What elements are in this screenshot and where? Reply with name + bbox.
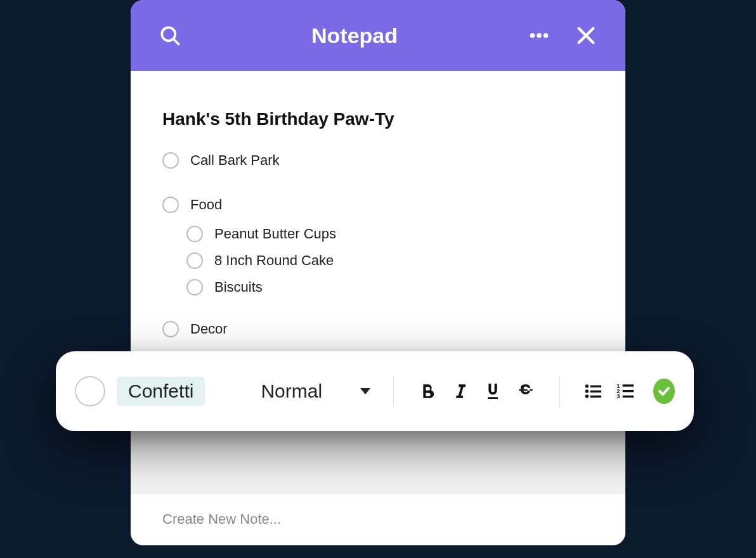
text-style-label: Normal (261, 380, 322, 402)
checkbox-icon[interactable] (162, 197, 179, 213)
svg-text:3: 3 (617, 393, 620, 399)
svg-rect-8 (590, 386, 601, 387)
confirm-button[interactable] (653, 379, 675, 404)
italic-icon[interactable] (450, 379, 471, 404)
checklist-label: Decor (190, 321, 228, 337)
app-title: Notepad (184, 23, 525, 48)
more-icon[interactable] (525, 22, 553, 49)
bold-icon[interactable] (417, 379, 438, 404)
app-header: Notepad (131, 0, 625, 71)
svg-rect-16 (623, 390, 634, 392)
checklist-label: Peanut Butter Cups (214, 226, 336, 242)
checklist-item[interactable]: Biscuits (186, 279, 594, 295)
strikethrough-icon[interactable] (515, 379, 537, 404)
formatting-toolbar: Confetti Normal 123 (56, 351, 694, 431)
underline-icon[interactable] (482, 379, 504, 404)
checklist-label: Food (190, 197, 222, 213)
checklist-label: Call Bark Park (190, 152, 280, 169)
toolbar-divider (393, 375, 394, 407)
svg-point-2 (530, 33, 535, 38)
checkbox-icon[interactable] (162, 321, 179, 337)
svg-point-11 (585, 394, 588, 398)
checklist-item[interactable]: Peanut Butter Cups (186, 226, 594, 242)
notepad-window: Notepad Hank's 5th Birthday Paw-Ty Call … (131, 0, 625, 545)
checklist-label: 8 Inch Round Cake (214, 252, 334, 269)
svg-point-7 (585, 384, 588, 387)
svg-line-1 (174, 39, 179, 44)
text-style-dropdown[interactable]: Normal (261, 380, 370, 402)
svg-point-9 (585, 389, 588, 393)
svg-rect-12 (590, 396, 601, 398)
checkbox-icon[interactable] (186, 226, 203, 242)
checklist-item[interactable]: 8 Inch Round Cake (186, 252, 594, 269)
checklist-item[interactable]: Decor (162, 321, 594, 337)
chevron-down-icon (360, 388, 370, 394)
search-icon[interactable] (156, 22, 184, 49)
note-title[interactable]: Hank's 5th Birthday Paw-Ty (162, 109, 594, 129)
svg-rect-18 (623, 396, 634, 398)
close-icon[interactable] (572, 22, 600, 49)
checkbox-icon[interactable] (75, 376, 105, 406)
checkbox-icon[interactable] (162, 152, 179, 169)
svg-rect-14 (623, 384, 634, 386)
svg-point-4 (544, 33, 549, 38)
checkbox-icon[interactable] (186, 252, 203, 269)
create-note-input[interactable]: Create New Note... (131, 493, 625, 545)
numbered-list-icon[interactable]: 123 (616, 379, 637, 404)
checklist-label: Biscuits (214, 279, 263, 295)
svg-point-3 (537, 33, 542, 38)
checklist-item[interactable]: Food (162, 197, 594, 213)
checklist-item[interactable]: Call Bark Park (162, 152, 594, 169)
svg-rect-10 (590, 391, 601, 393)
toolbar-divider (559, 375, 560, 407)
checkbox-icon[interactable] (186, 279, 203, 295)
bullet-list-icon[interactable] (583, 379, 604, 404)
current-text-tag[interactable]: Confetti (117, 377, 205, 406)
